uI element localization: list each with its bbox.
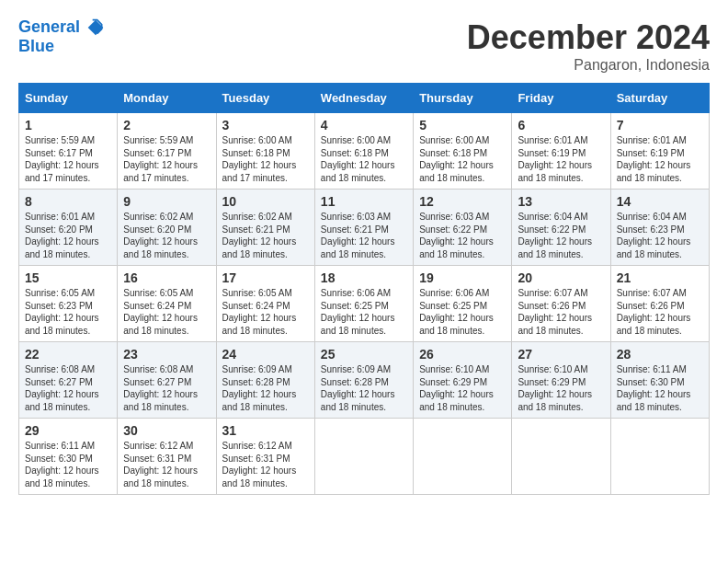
- day-detail: Sunrise: 6:02 AMSunset: 6:21 PMDaylight:…: [222, 212, 297, 259]
- calendar-table: SundayMondayTuesdayWednesdayThursdayFrid…: [18, 83, 710, 495]
- day-detail: Sunrise: 6:11 AMSunset: 6:30 PMDaylight:…: [25, 441, 99, 488]
- day-detail: Sunrise: 6:02 AMSunset: 6:20 PMDaylight:…: [123, 212, 198, 259]
- header-friday: Friday: [512, 84, 610, 113]
- day-detail: Sunrise: 6:06 AMSunset: 6:25 PMDaylight:…: [321, 288, 395, 336]
- day-number: 11: [321, 194, 407, 209]
- calendar-cell: 17 Sunrise: 6:05 AMSunset: 6:24 PMDaylig…: [216, 266, 314, 342]
- calendar-cell: 14 Sunrise: 6:04 AMSunset: 6:23 PMDaylig…: [610, 190, 709, 266]
- calendar-cell: [314, 419, 413, 495]
- calendar-cell: 11 Sunrise: 6:03 AMSunset: 6:21 PMDaylig…: [314, 190, 413, 266]
- day-detail: Sunrise: 6:00 AMSunset: 6:18 PMDaylight:…: [222, 135, 297, 183]
- day-detail: Sunrise: 6:04 AMSunset: 6:23 PMDaylight:…: [617, 212, 691, 259]
- calendar-week-3: 15 Sunrise: 6:05 AMSunset: 6:23 PMDaylig…: [19, 266, 710, 342]
- day-detail: Sunrise: 6:01 AMSunset: 6:20 PMDaylight:…: [25, 212, 99, 259]
- calendar-cell: 12 Sunrise: 6:03 AMSunset: 6:22 PMDaylig…: [414, 190, 512, 266]
- day-detail: Sunrise: 6:08 AMSunset: 6:27 PMDaylight:…: [123, 364, 198, 412]
- calendar-cell: 6 Sunrise: 6:01 AMSunset: 6:19 PMDayligh…: [512, 113, 610, 190]
- title-block: December 2024 Pangaron, Indonesia: [467, 18, 710, 74]
- header-monday: Monday: [118, 84, 216, 113]
- calendar-cell: 29 Sunrise: 6:11 AMSunset: 6:30 PMDaylig…: [19, 419, 118, 495]
- day-number: 4: [321, 118, 407, 132]
- day-detail: Sunrise: 6:05 AMSunset: 6:24 PMDaylight:…: [123, 288, 198, 336]
- day-detail: Sunrise: 6:05 AMSunset: 6:24 PMDaylight:…: [222, 288, 297, 336]
- day-number: 1: [25, 118, 111, 132]
- header-thursday: Thursday: [414, 84, 512, 113]
- day-number: 31: [222, 423, 309, 438]
- logo: General Blue: [18, 18, 105, 56]
- calendar-cell: 10 Sunrise: 6:02 AMSunset: 6:21 PMDaylig…: [216, 190, 314, 266]
- day-number: 12: [419, 194, 506, 209]
- calendar-cell: 22 Sunrise: 6:08 AMSunset: 6:27 PMDaylig…: [19, 342, 118, 419]
- day-number: 23: [123, 347, 210, 362]
- calendar-cell: 28 Sunrise: 6:11 AMSunset: 6:30 PMDaylig…: [610, 342, 709, 419]
- day-number: 26: [419, 347, 506, 362]
- day-number: 25: [321, 347, 407, 362]
- day-number: 8: [25, 194, 111, 209]
- day-detail: Sunrise: 6:08 AMSunset: 6:27 PMDaylight:…: [25, 364, 99, 412]
- day-number: 13: [518, 194, 604, 209]
- day-detail: Sunrise: 6:00 AMSunset: 6:18 PMDaylight:…: [321, 135, 395, 183]
- day-detail: Sunrise: 6:12 AMSunset: 6:31 PMDaylight:…: [123, 441, 198, 488]
- day-detail: Sunrise: 6:01 AMSunset: 6:19 PMDaylight:…: [518, 135, 592, 183]
- calendar-cell: 23 Sunrise: 6:08 AMSunset: 6:27 PMDaylig…: [118, 342, 216, 419]
- day-number: 21: [617, 270, 703, 285]
- day-number: 3: [222, 118, 309, 132]
- day-detail: Sunrise: 5:59 AMSunset: 6:17 PMDaylight:…: [25, 135, 99, 183]
- day-number: 17: [222, 270, 309, 285]
- day-number: 20: [518, 270, 604, 285]
- day-detail: Sunrise: 6:05 AMSunset: 6:23 PMDaylight:…: [25, 288, 99, 336]
- calendar-cell: 1 Sunrise: 5:59 AMSunset: 6:17 PMDayligh…: [19, 113, 118, 190]
- day-detail: Sunrise: 6:07 AMSunset: 6:26 PMDaylight:…: [617, 288, 691, 336]
- day-number: 30: [123, 423, 210, 438]
- page-subtitle: Pangaron, Indonesia: [467, 57, 710, 74]
- calendar-cell: 25 Sunrise: 6:09 AMSunset: 6:28 PMDaylig…: [314, 342, 413, 419]
- day-detail: Sunrise: 6:11 AMSunset: 6:30 PMDaylight:…: [617, 364, 691, 412]
- calendar-cell: 9 Sunrise: 6:02 AMSunset: 6:20 PMDayligh…: [118, 190, 216, 266]
- day-number: 24: [222, 347, 309, 362]
- day-number: 6: [518, 118, 604, 132]
- day-number: 9: [123, 194, 210, 209]
- header-tuesday: Tuesday: [216, 84, 314, 113]
- day-number: 16: [123, 270, 210, 285]
- logo-text: General: [18, 18, 105, 37]
- calendar-cell: [414, 419, 512, 495]
- day-number: 18: [321, 270, 407, 285]
- calendar-header-row: SundayMondayTuesdayWednesdayThursdayFrid…: [19, 84, 710, 113]
- calendar-cell: 2 Sunrise: 5:59 AMSunset: 6:17 PMDayligh…: [118, 113, 216, 190]
- calendar-cell: 26 Sunrise: 6:10 AMSunset: 6:29 PMDaylig…: [414, 342, 512, 419]
- calendar-cell: 8 Sunrise: 6:01 AMSunset: 6:20 PMDayligh…: [19, 190, 118, 266]
- calendar-week-4: 22 Sunrise: 6:08 AMSunset: 6:27 PMDaylig…: [19, 342, 710, 419]
- logo-blue: Blue: [18, 37, 105, 56]
- calendar-cell: 19 Sunrise: 6:06 AMSunset: 6:25 PMDaylig…: [414, 266, 512, 342]
- header-saturday: Saturday: [610, 84, 709, 113]
- calendar-week-1: 1 Sunrise: 5:59 AMSunset: 6:17 PMDayligh…: [19, 113, 710, 190]
- day-detail: Sunrise: 6:03 AMSunset: 6:22 PMDaylight:…: [419, 212, 494, 259]
- header-sunday: Sunday: [19, 84, 118, 113]
- calendar-cell: 27 Sunrise: 6:10 AMSunset: 6:29 PMDaylig…: [512, 342, 610, 419]
- calendar-cell: 24 Sunrise: 6:09 AMSunset: 6:28 PMDaylig…: [216, 342, 314, 419]
- calendar-cell: 31 Sunrise: 6:12 AMSunset: 6:31 PMDaylig…: [216, 419, 314, 495]
- page-title: December 2024: [467, 18, 710, 57]
- calendar-cell: 4 Sunrise: 6:00 AMSunset: 6:18 PMDayligh…: [314, 113, 413, 190]
- day-detail: Sunrise: 6:03 AMSunset: 6:21 PMDaylight:…: [321, 212, 395, 259]
- day-number: 19: [419, 270, 506, 285]
- calendar-cell: 30 Sunrise: 6:12 AMSunset: 6:31 PMDaylig…: [118, 419, 216, 495]
- calendar-cell: 7 Sunrise: 6:01 AMSunset: 6:19 PMDayligh…: [610, 113, 709, 190]
- day-number: 10: [222, 194, 309, 209]
- day-detail: Sunrise: 6:09 AMSunset: 6:28 PMDaylight:…: [321, 364, 395, 412]
- calendar-cell: 13 Sunrise: 6:04 AMSunset: 6:22 PMDaylig…: [512, 190, 610, 266]
- day-number: 2: [123, 118, 210, 132]
- calendar-cell: 21 Sunrise: 6:07 AMSunset: 6:26 PMDaylig…: [610, 266, 709, 342]
- day-detail: Sunrise: 6:07 AMSunset: 6:26 PMDaylight:…: [518, 288, 592, 336]
- day-detail: Sunrise: 6:06 AMSunset: 6:25 PMDaylight:…: [419, 288, 494, 336]
- calendar-cell: [610, 419, 709, 495]
- page-header: General Blue December 2024 Pangaron, Ind…: [18, 18, 710, 74]
- day-detail: Sunrise: 6:12 AMSunset: 6:31 PMDaylight:…: [222, 441, 297, 488]
- day-detail: Sunrise: 6:00 AMSunset: 6:18 PMDaylight:…: [419, 135, 494, 183]
- day-detail: Sunrise: 6:10 AMSunset: 6:29 PMDaylight:…: [419, 364, 494, 412]
- day-number: 7: [617, 118, 703, 132]
- calendar-week-5: 29 Sunrise: 6:11 AMSunset: 6:30 PMDaylig…: [19, 419, 710, 495]
- calendar-cell: [512, 419, 610, 495]
- day-number: 15: [25, 270, 111, 285]
- calendar-cell: 18 Sunrise: 6:06 AMSunset: 6:25 PMDaylig…: [314, 266, 413, 342]
